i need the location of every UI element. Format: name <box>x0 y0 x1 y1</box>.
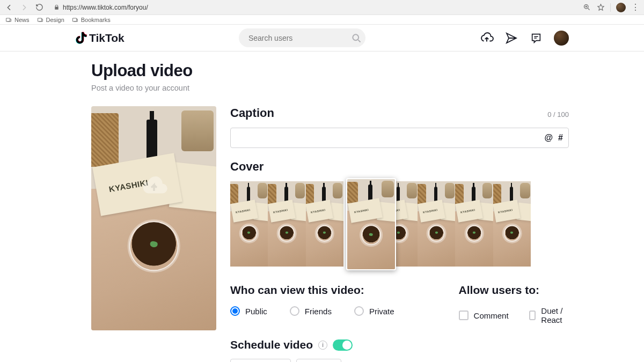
cover-thumb[interactable]: KYASHIKI <box>306 181 343 267</box>
lock-icon <box>54 4 60 10</box>
hashtag-button[interactable]: # <box>558 133 563 143</box>
caption-field-wrap: @ # <box>230 128 569 148</box>
schedule-time-picker[interactable]: 21:10 <box>296 359 341 362</box>
cover-thumbnail-strip[interactable]: KYASHIKI KYASHIKI KYASHIKI KYASHIKI KYAS… <box>230 181 531 272</box>
caption-heading: Caption <box>230 106 274 120</box>
url-text: https://www.tiktok.com/foryou/ <box>63 4 148 11</box>
radio-friends[interactable]: Friends <box>290 306 332 316</box>
reload-button[interactable] <box>34 3 44 12</box>
search-icon[interactable] <box>351 33 362 43</box>
bookmark-bookmarks[interactable]: Bookmarks <box>72 17 111 23</box>
checkbox-box <box>459 311 469 320</box>
schedule-heading: Schedule video <box>230 338 313 351</box>
video-preview[interactable]: KYASHIKI <box>91 106 216 330</box>
checkbox-comment[interactable]: Comment <box>459 306 509 324</box>
profile-avatar-browser[interactable] <box>616 3 626 12</box>
checkbox-box <box>529 311 536 320</box>
tiktok-logo-icon <box>75 32 87 45</box>
upload-icon[interactable] <box>480 31 494 45</box>
visibility-heading: Who can view this video: <box>230 284 394 297</box>
radio-public[interactable]: Public <box>230 306 267 316</box>
checkbox-label: Duet / React <box>541 306 569 324</box>
bookmark-label: Bookmarks <box>81 17 111 23</box>
checkbox-label: Comment <box>474 311 509 320</box>
cover-heading: Cover <box>230 160 569 174</box>
inbox-icon[interactable] <box>529 31 543 45</box>
star-icon[interactable] <box>596 3 605 12</box>
forward-button[interactable] <box>19 3 29 12</box>
brand-text: TikTok <box>89 32 125 45</box>
bookmark-label: News <box>14 17 30 23</box>
radio-label: Public <box>245 307 267 316</box>
caption-counter: 0 / 100 <box>547 110 569 119</box>
radio-indicator <box>230 306 240 316</box>
bookmark-news[interactable]: News <box>5 17 30 23</box>
bookmarks-bar: News Design Bookmarks <box>0 15 644 25</box>
radio-indicator <box>290 306 299 316</box>
svg-point-1 <box>353 34 358 40</box>
mention-button[interactable]: @ <box>544 133 553 143</box>
search-input[interactable] <box>248 34 342 42</box>
radio-indicator <box>354 306 364 316</box>
cover-thumb[interactable]: KYASHIKI <box>230 181 268 267</box>
radio-private[interactable]: Private <box>354 306 394 316</box>
info-icon[interactable]: i <box>318 341 327 350</box>
site-header: TikTok <box>0 25 644 51</box>
preview-thumbnail: KYASHIKI <box>91 106 216 330</box>
zoom-icon[interactable] <box>582 3 591 12</box>
cover-thumb[interactable]: KYASHIKI <box>268 181 305 267</box>
browser-toolbar: https://www.tiktok.com/foryou/ ⋮ <box>0 0 644 15</box>
bookmark-design[interactable]: Design <box>37 17 64 23</box>
allow-heading: Allow users to: <box>459 284 569 297</box>
back-button[interactable] <box>4 3 14 12</box>
profile-avatar[interactable] <box>554 31 569 46</box>
checkbox-duet[interactable]: Duet / React <box>529 306 569 324</box>
divider <box>610 3 611 12</box>
site-logo[interactable]: TikTok <box>75 32 125 45</box>
page-subtitle: Post a video to your account <box>91 84 569 92</box>
address-bar[interactable]: https://www.tiktok.com/foryou/ <box>49 0 577 14</box>
cover-thumb-selected[interactable]: KYASHIKI <box>346 178 396 270</box>
schedule-date-picker[interactable]: 2021-2-13 <box>230 359 291 362</box>
cover-thumb[interactable]: KYASHIKI <box>418 181 455 267</box>
bookmark-label: Design <box>46 17 64 23</box>
radio-label: Private <box>369 307 394 316</box>
kebab-menu-icon[interactable]: ⋮ <box>631 3 640 12</box>
page-title: Upload video <box>91 61 569 80</box>
caption-input[interactable] <box>236 134 539 142</box>
radio-label: Friends <box>305 307 332 316</box>
cover-thumb[interactable]: KYASHIKI <box>493 181 531 267</box>
cover-thumb[interactable]: KYASHIKI <box>455 181 493 267</box>
search-box[interactable] <box>239 28 365 47</box>
upload-overlay-icon <box>134 172 174 201</box>
schedule-toggle[interactable] <box>333 339 353 351</box>
send-icon[interactable] <box>504 31 518 45</box>
